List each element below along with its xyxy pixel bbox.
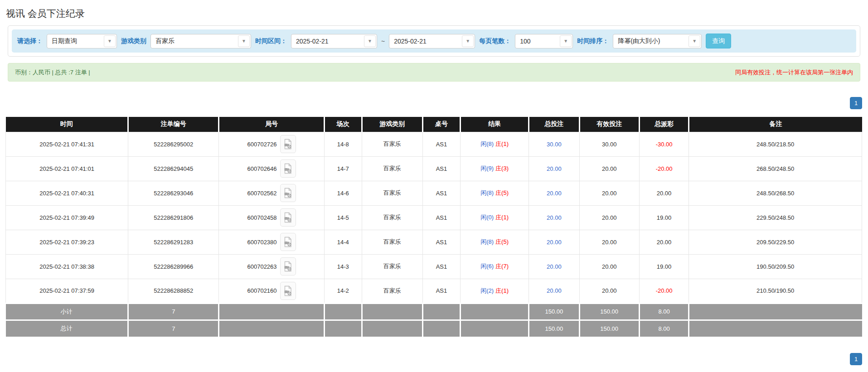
valid-bet: 30.00 bbox=[579, 132, 639, 156]
table-id: AS1 bbox=[422, 205, 460, 230]
query-type-value: 日期查询 bbox=[47, 37, 82, 45]
bet-time: 2025-02-21 07:41:01 bbox=[6, 156, 128, 181]
page-size-dropdown[interactable]: 100 ▼ bbox=[515, 34, 573, 48]
page-1-button[interactable]: 1 bbox=[850, 353, 862, 365]
col-remark: 备注 bbox=[689, 117, 862, 132]
total-bet-link[interactable]: 30.00 bbox=[529, 132, 579, 156]
select-type-label: 请选择： bbox=[17, 37, 43, 45]
date-to-value: 2025-02-21 bbox=[389, 38, 431, 45]
video-replay-button[interactable] bbox=[280, 159, 296, 178]
result-cell: 闲(8)庄(5) bbox=[461, 230, 529, 254]
time-range-label: 时间区间： bbox=[255, 37, 287, 45]
video-replay-button[interactable] bbox=[280, 208, 296, 227]
valid-bet: 20.00 bbox=[579, 279, 639, 303]
player-result: 闲(2) bbox=[480, 287, 494, 294]
valid-bet-notice: 同局有效投注，统一计算在该局第一张注单内 bbox=[735, 68, 853, 77]
video-replay-button[interactable] bbox=[280, 184, 296, 202]
bet-id: 522286291283 bbox=[128, 230, 219, 254]
currency-total-text: 币别：人民币 | 总共 :7 注单 | bbox=[15, 68, 90, 77]
game-type-dropdown[interactable]: 百家乐 ▼ bbox=[150, 34, 251, 48]
bet-time: 2025-02-21 07:37:59 bbox=[6, 279, 128, 303]
sort-order-dropdown[interactable]: 降幂(由大到小) ▼ bbox=[613, 34, 702, 48]
round-cell: 600702380 bbox=[219, 230, 324, 254]
total-payout-sum: 8.00 bbox=[639, 320, 689, 337]
result-cell: 闲(8)庄(1) bbox=[461, 132, 529, 156]
subtotal-label: 小计 bbox=[6, 303, 128, 320]
result-cell: 闲(9)庄(3) bbox=[461, 156, 529, 181]
total-bet-link[interactable]: 20.00 bbox=[529, 254, 579, 279]
video-file-icon bbox=[283, 163, 292, 174]
col-valid-bet: 有效投注 bbox=[579, 117, 639, 132]
bet-time: 2025-02-21 07:39:23 bbox=[6, 230, 128, 254]
remark: 209.50/229.50 bbox=[689, 230, 862, 254]
round-cell: 600702726 bbox=[219, 132, 324, 156]
page-1-button[interactable]: 1 bbox=[850, 97, 862, 109]
page-size-label: 每页笔数： bbox=[479, 37, 511, 45]
total-bet-link[interactable]: 20.00 bbox=[529, 181, 579, 205]
subtotal-count: 7 bbox=[128, 303, 219, 320]
date-from-dropdown[interactable]: 2025-02-21 ▼ bbox=[291, 34, 377, 48]
round-id: 600702646 bbox=[247, 165, 276, 172]
player-result: 闲(9) bbox=[480, 165, 494, 172]
col-result: 结果 bbox=[461, 117, 529, 132]
remark: 190.50/209.50 bbox=[689, 254, 862, 279]
video-file-icon bbox=[283, 188, 292, 198]
table-row: 2025-02-21 07:40:31 522286293046 6007025… bbox=[6, 181, 862, 205]
col-total-payout: 总派彩 bbox=[639, 117, 689, 132]
query-type-dropdown[interactable]: 日期查询 ▼ bbox=[47, 34, 117, 48]
table-id: AS1 bbox=[422, 279, 460, 303]
session: 14-3 bbox=[324, 254, 362, 279]
bet-id: 522286293046 bbox=[128, 181, 219, 205]
bet-time: 2025-02-21 07:39:49 bbox=[6, 205, 128, 230]
total-bet-link[interactable]: 20.00 bbox=[529, 279, 579, 303]
banker-result: 庄(5) bbox=[495, 189, 509, 196]
bet-time: 2025-02-21 07:40:31 bbox=[6, 181, 128, 205]
chevron-down-icon: ▼ bbox=[462, 35, 474, 47]
page-title: 视讯 会员下注纪录 bbox=[6, 7, 862, 20]
total-payout: 19.00 bbox=[639, 254, 689, 279]
table-id: AS1 bbox=[422, 230, 460, 254]
col-total-bet: 总投注 bbox=[529, 117, 579, 132]
total-payout: 20.00 bbox=[639, 230, 689, 254]
video-file-icon bbox=[283, 237, 292, 247]
video-file-icon bbox=[283, 139, 292, 150]
session: 14-6 bbox=[324, 181, 362, 205]
remark: 229.50/248.50 bbox=[689, 205, 862, 230]
subtotal-payout: 8.00 bbox=[639, 303, 689, 320]
col-round-id: 局号 bbox=[219, 117, 324, 132]
player-result: 闲(8) bbox=[480, 238, 494, 245]
bet-id: 522286288852 bbox=[128, 279, 219, 303]
valid-bet: 20.00 bbox=[579, 254, 639, 279]
chevron-down-icon: ▼ bbox=[689, 35, 700, 47]
bet-records-table: 时间 注单编号 局号 场次 游戏类别 桌号 结果 总投注 有效投注 总派彩 备注… bbox=[5, 117, 862, 337]
remark: 268.50/248.50 bbox=[689, 156, 862, 181]
banker-result: 庄(1) bbox=[495, 214, 509, 221]
chevron-down-icon: ▼ bbox=[104, 35, 116, 47]
video-replay-button[interactable] bbox=[280, 233, 296, 251]
pagination-bottom: 1 bbox=[6, 353, 862, 365]
round-cell: 600702562 bbox=[219, 181, 324, 205]
date-to-dropdown[interactable]: 2025-02-21 ▼ bbox=[389, 34, 475, 48]
game-type: 百家乐 bbox=[362, 230, 422, 254]
video-replay-button[interactable] bbox=[280, 282, 296, 300]
bet-id: 522286291806 bbox=[128, 205, 219, 230]
video-replay-button[interactable] bbox=[280, 135, 296, 153]
session: 14-2 bbox=[324, 279, 362, 303]
total-payout: 19.00 bbox=[639, 205, 689, 230]
total-bet-link[interactable]: 20.00 bbox=[529, 156, 579, 181]
search-button[interactable]: 查询 bbox=[706, 34, 731, 48]
subtotal-valid-bet: 150.00 bbox=[579, 303, 639, 320]
video-file-icon bbox=[283, 285, 292, 296]
video-replay-button[interactable] bbox=[280, 257, 296, 275]
bet-time: 2025-02-21 07:41:31 bbox=[6, 132, 128, 156]
valid-bet: 20.00 bbox=[579, 156, 639, 181]
round-id: 600702263 bbox=[247, 263, 276, 270]
chevron-down-icon: ▼ bbox=[238, 35, 250, 47]
total-bet-link[interactable]: 20.00 bbox=[529, 230, 579, 254]
session: 14-5 bbox=[324, 205, 362, 230]
total-bet-link[interactable]: 20.00 bbox=[529, 205, 579, 230]
table-row: 2025-02-21 07:41:31 522286295002 6007027… bbox=[6, 132, 862, 156]
remark: 210.50/190.50 bbox=[689, 279, 862, 303]
player-result: 闲(0) bbox=[480, 214, 494, 221]
total-payout: -20.00 bbox=[639, 279, 689, 303]
